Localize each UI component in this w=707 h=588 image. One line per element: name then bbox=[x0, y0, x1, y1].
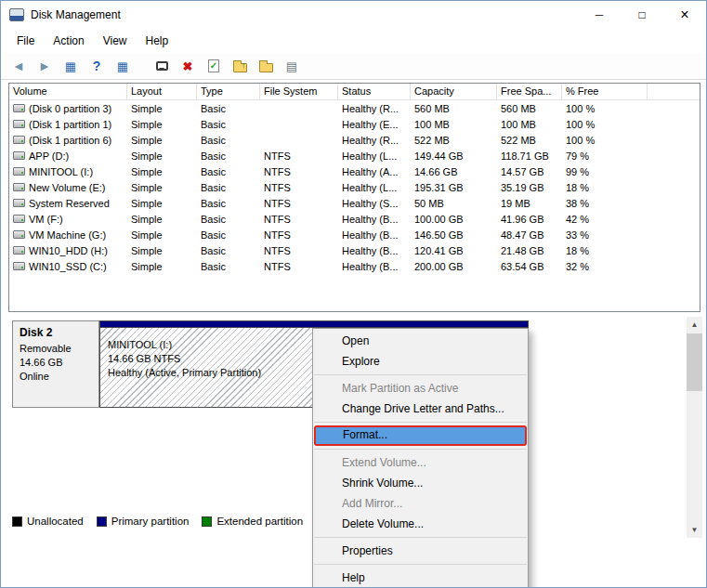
forward-icon[interactable]: ► bbox=[36, 58, 53, 74]
delete-volume-icon[interactable]: ✖ bbox=[179, 58, 196, 74]
scrollbar-thumb[interactable] bbox=[687, 333, 702, 391]
help-icon[interactable]: ? bbox=[88, 58, 105, 74]
back-icon[interactable]: ◄ bbox=[10, 58, 27, 74]
column-header-volume[interactable]: Volume bbox=[9, 84, 127, 99]
menu-bar: File Action View Help bbox=[1, 29, 706, 53]
volume-row[interactable]: New Volume (E:) Simple Basic NTFS Health… bbox=[9, 179, 700, 195]
show-console-tree-icon[interactable]: ▦ bbox=[62, 58, 79, 74]
volume-layout: Simple bbox=[127, 181, 197, 194]
context-menu-entry: Properties bbox=[313, 541, 528, 561]
volume-file-system: NTFS bbox=[260, 244, 338, 257]
context-menu-item[interactable]: Delete Volume... bbox=[313, 514, 528, 534]
volume-file-system: NTFS bbox=[260, 197, 338, 210]
volume-file-system: NTFS bbox=[260, 260, 338, 273]
volume-row[interactable]: VM (F:) Simple Basic NTFS Healthy (B... … bbox=[9, 211, 700, 227]
drive-icon bbox=[13, 104, 25, 112]
drive-icon bbox=[13, 262, 25, 270]
customize-columns-icon[interactable]: ▤ bbox=[283, 58, 300, 74]
minimize-button[interactable]: ─ bbox=[578, 1, 621, 29]
context-menu-item-label: Change Drive Letter and Paths... bbox=[342, 402, 504, 415]
volume-row[interactable]: APP (D:) Simple Basic NTFS Healthy (L...… bbox=[9, 148, 700, 163]
volume-type: Basic bbox=[197, 260, 260, 273]
menu-bar-item[interactable]: View bbox=[94, 31, 137, 51]
context-menu-item[interactable]: Add Mirror... bbox=[313, 493, 528, 514]
context-menu-entry bbox=[313, 446, 528, 452]
context-menu-item-label: Shrink Volume... bbox=[342, 477, 423, 490]
console-window-icon[interactable]: ▦ bbox=[114, 58, 131, 74]
volume-status: Healthy (S... bbox=[338, 197, 411, 210]
column-header-status[interactable]: Status bbox=[338, 84, 411, 99]
column-header-capacity[interactable]: Capacity bbox=[411, 84, 497, 99]
explore-icon[interactable] bbox=[257, 58, 274, 74]
open-icon[interactable]: ↑ bbox=[231, 58, 248, 74]
volume-status: Healthy (B... bbox=[338, 229, 411, 242]
maximize-button[interactable]: □ bbox=[621, 1, 663, 29]
menu-bar-item[interactable]: Help bbox=[137, 31, 178, 51]
scroll-down-icon[interactable]: ▼ bbox=[687, 522, 702, 538]
context-menu-entry bbox=[313, 372, 528, 378]
scroll-up-icon[interactable]: ▲ bbox=[687, 317, 702, 333]
context-menu-entry: Shrink Volume... bbox=[313, 473, 528, 493]
volume-free-space: 63.54 GB bbox=[497, 260, 562, 273]
menu-separator bbox=[313, 419, 528, 425]
context-menu-item[interactable]: Help bbox=[313, 568, 528, 588]
context-menu-item[interactable]: Properties bbox=[313, 541, 528, 561]
menu-bar-item[interactable]: File bbox=[7, 31, 44, 51]
volume-name: WIN10_HDD (H:) bbox=[29, 245, 108, 256]
volume-pct-free: 79 % bbox=[562, 150, 648, 163]
properties-icon[interactable]: ✓ bbox=[205, 58, 222, 74]
volume-name: VM Machine (G:) bbox=[29, 229, 106, 241]
volume-layout: Simple bbox=[127, 244, 197, 257]
volume-row[interactable]: System Reserved Simple Basic NTFS Health… bbox=[9, 195, 700, 211]
volume-type: Basic bbox=[197, 229, 260, 242]
context-menu: Open Explore Mark Partition as bbox=[312, 328, 529, 588]
column-header-pct-free[interactable]: % Free bbox=[562, 84, 648, 99]
disk-name: Disk 2 bbox=[20, 326, 92, 340]
volume-pct-free: 38 % bbox=[562, 197, 648, 210]
volume-row[interactable]: (Disk 1 partition 1) Simple Basic Health… bbox=[9, 116, 700, 132]
volume-free-space: 41.96 GB bbox=[497, 213, 562, 226]
volume-row[interactable]: VM Machine (G:) Simple Basic NTFS Health… bbox=[9, 227, 700, 242]
column-header-file-system[interactable]: File System bbox=[260, 84, 338, 99]
volume-capacity: 200.00 GB bbox=[411, 260, 497, 273]
volume-capacity: 195.31 GB bbox=[411, 181, 497, 194]
context-menu-item[interactable]: Change Drive Letter and Paths... bbox=[313, 399, 528, 419]
volume-layout: Simple bbox=[127, 165, 197, 178]
volume-layout: Simple bbox=[127, 197, 197, 210]
context-menu-entry: Explore bbox=[313, 351, 528, 372]
context-menu-item[interactable]: Explore bbox=[313, 351, 528, 372]
volume-layout: Simple bbox=[127, 134, 197, 147]
context-menu-item[interactable]: Format... bbox=[314, 425, 527, 446]
disk2-label-box[interactable]: Disk 2 Removable 14.66 GB Online bbox=[12, 320, 99, 408]
volume-status: Healthy (B... bbox=[338, 260, 411, 273]
volume-free-space: 48.47 GB bbox=[497, 229, 562, 242]
column-header-type[interactable]: Type bbox=[197, 84, 260, 99]
folder-up-icon: ↑ bbox=[233, 63, 247, 72]
volume-type: Basic bbox=[197, 118, 260, 131]
volume-row[interactable]: WIN10_HDD (H:) Simple Basic NTFS Healthy… bbox=[9, 242, 700, 258]
close-button[interactable]: × bbox=[663, 1, 706, 29]
column-header-layout[interactable]: Layout bbox=[127, 84, 197, 99]
vertical-scrollbar[interactable]: ▲ ▼ bbox=[687, 317, 702, 538]
volume-file-system: NTFS bbox=[260, 181, 338, 194]
volume-layout: Simple bbox=[127, 150, 197, 163]
context-menu-item[interactable]: Shrink Volume... bbox=[313, 473, 528, 493]
volume-capacity: 14.66 GB bbox=[411, 165, 497, 178]
context-menu-item-label: Help bbox=[342, 571, 365, 584]
drive-icon bbox=[13, 215, 25, 223]
legend-item: Primary partition bbox=[97, 516, 190, 527]
menu-bar-item[interactable]: Action bbox=[44, 31, 93, 51]
context-menu-item[interactable]: Open bbox=[313, 331, 528, 351]
column-header-free-space[interactable]: Free Spa... bbox=[497, 84, 562, 99]
menu-separator bbox=[313, 561, 528, 568]
volume-row[interactable]: MINITOOL (I:) Simple Basic NTFS Healthy … bbox=[9, 163, 700, 179]
menu-separator bbox=[313, 446, 528, 452]
context-menu-item-label: Explore bbox=[342, 355, 380, 368]
volume-row[interactable]: WIN10_SSD (C:) Simple Basic NTFS Healthy… bbox=[9, 258, 700, 274]
title-bar: Disk Management ─ □ × bbox=[1, 1, 706, 29]
context-menu-item[interactable]: Extend Volume... bbox=[313, 452, 528, 473]
action-pane-icon[interactable] bbox=[153, 58, 170, 74]
volume-row[interactable]: (Disk 0 partition 3) Simple Basic Health… bbox=[9, 100, 700, 116]
context-menu-item[interactable]: Mark Partition as Active bbox=[313, 378, 528, 399]
volume-row[interactable]: (Disk 1 partition 6) Simple Basic Health… bbox=[9, 132, 700, 148]
